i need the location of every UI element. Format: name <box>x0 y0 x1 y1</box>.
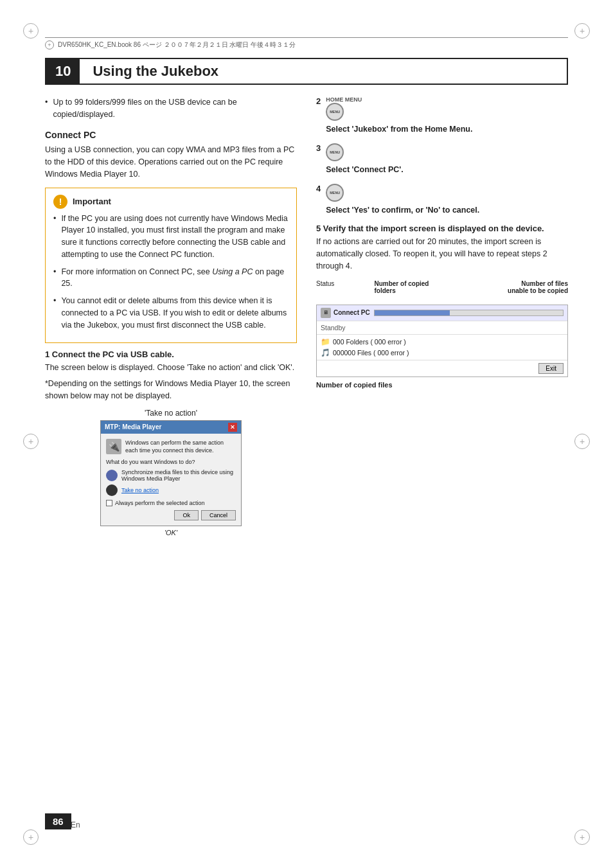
checkbox-input[interactable] <box>106 500 112 506</box>
screenshot-icon-row: 🔌 Windows can perform the same action ea… <box>106 439 236 455</box>
step-2-num: 2 <box>316 96 321 106</box>
col-header-unable: Number of filesunable to be copied <box>471 280 568 294</box>
step-2-text: Select 'Jukebox' from the Home Menu. <box>326 123 568 136</box>
status-caption: Number of copied files <box>316 381 568 389</box>
step-4: 4 MENU Select 'Yes' to confirm, or 'No' … <box>316 184 568 217</box>
files-count: 000000 Files <box>333 349 371 357</box>
page-content: 10 Using the Jukebox Up to 99 folders/99… <box>45 58 568 817</box>
standby-label: Standby <box>321 324 346 332</box>
connect-pc-row: 🖥 Connect PC <box>317 305 567 321</box>
important-bullet-3: You cannot edit or delete albums from th… <box>53 295 289 331</box>
screenshot-main-text: Windows can perform the same action each… <box>125 439 236 455</box>
reg-mark-mr <box>574 434 590 449</box>
step-5-body: If no actions are carried out for 20 min… <box>316 236 568 272</box>
menu-circle-icon-2: MENU <box>326 143 344 161</box>
chapter-title: Using the Jukebox <box>80 59 231 84</box>
home-menu-label: HOME MENU <box>326 96 568 103</box>
step-3-content: MENU Select 'Connect PC'. <box>326 143 568 176</box>
menu-circle-icon-3: MENU <box>326 184 344 202</box>
crosshair-icon: + <box>45 40 54 49</box>
page-number: 86 <box>45 813 71 829</box>
chapter-number: 10 <box>46 59 80 84</box>
step-1-title: 1 Connect the PC via USB cable. <box>45 350 297 359</box>
reg-mark-br <box>574 829 590 845</box>
screenshot-btn-row: Ok Cancel <box>106 510 236 520</box>
standby-row: Standby <box>317 321 567 335</box>
status-diagram: Status Number of copiedfolders Number of… <box>316 280 568 389</box>
reg-mark-bl <box>23 829 39 845</box>
exit-btn-row: Exit <box>317 360 567 376</box>
step-5-title: 5 Verify that the import screen is displ… <box>316 224 568 233</box>
col-header-status: Status <box>316 280 374 294</box>
screenshot-option-2[interactable]: Take no action <box>106 484 236 496</box>
step-4-text: Select 'Yes' to confirm, or 'No' to canc… <box>326 204 568 217</box>
connect-pc-label: Connect PC <box>333 309 370 316</box>
connect-pc-body: Using a USB connection, you can copy WMA… <box>45 144 297 181</box>
bullet-text-1: Up to 99 folders/999 files on the USB de… <box>53 96 297 121</box>
reg-mark-tr <box>574 23 590 39</box>
table-headers: Status Number of copiedfolders Number of… <box>316 280 568 294</box>
screenshot-close-icon[interactable]: ✕ <box>228 423 237 432</box>
screenshot-box: MTP: Media Player ✕ 🔌 Windows can perfor… <box>100 420 242 526</box>
page-header: + DVR650HK_KC_EN.book 86 ページ ２００７年２月２１日 … <box>45 37 568 49</box>
status-table: 🖥 Connect PC Standby � <box>316 305 568 377</box>
connect-pc-heading: Connect PC <box>45 130 297 140</box>
ok-label: 'OK' <box>45 529 297 536</box>
option-icon-2 <box>106 484 118 496</box>
important-title: ! Important <box>53 195 289 209</box>
step-1-body2: *Depending on the settings for Windows M… <box>45 378 297 402</box>
folders-count: 000 Folders <box>333 338 368 346</box>
folders-item: 📁 000 Folders ( 000 error ) <box>321 337 564 346</box>
option-text-2: Take no action <box>121 487 159 493</box>
step-3-num: 3 <box>316 143 321 153</box>
warning-icon: ! <box>53 195 67 209</box>
two-col-layout: Up to 99 folders/999 files on the USB de… <box>45 96 568 543</box>
progress-bar <box>374 310 564 316</box>
step-4-content: MENU Select 'Yes' to confirm, or 'No' to… <box>326 184 568 217</box>
header-file-info: DVR650HK_KC_EN.book 86 ページ ２００７年２月２１日 水曜… <box>58 40 296 49</box>
step-2: 2 HOME MENU MENU Select 'Jukebox' from t… <box>316 96 568 136</box>
music-icon: 🎵 <box>321 348 330 357</box>
screenshot-title: MTP: Media Player <box>105 423 161 430</box>
folder-icon: 📁 <box>321 337 330 346</box>
chapter-header: 10 Using the Jukebox <box>45 58 568 85</box>
step-3-text: Select 'Connect PC'. <box>326 164 568 176</box>
folders-row: 📁 000 Folders ( 000 error ) 🎵 000000 Fil… <box>317 335 567 360</box>
screenshot-body: 🔌 Windows can perform the same action ea… <box>101 434 241 526</box>
reg-mark-ml <box>23 434 39 449</box>
step-1-body1: The screen below is displayed. Choose 'T… <box>45 362 297 374</box>
cancel-button[interactable]: Cancel <box>201 510 236 520</box>
col-header-copied-folders: Number of copiedfolders <box>374 280 471 294</box>
bullet-item-1: Up to 99 folders/999 files on the USB de… <box>45 96 297 121</box>
folders-col: 📁 000 Folders ( 000 error ) 🎵 000000 Fil… <box>321 337 564 357</box>
right-column: 2 HOME MENU MENU Select 'Jukebox' from t… <box>316 96 568 543</box>
progress-bar-fill <box>375 310 450 315</box>
screenshot-option-1: Synchronize media files to this device u… <box>106 469 236 482</box>
reg-mark-tl <box>23 23 39 39</box>
step-3: 3 MENU Select 'Connect PC'. <box>316 143 568 176</box>
option-icon-1 <box>106 470 118 481</box>
ok-button[interactable]: Ok <box>174 510 199 520</box>
step-2-content: HOME MENU MENU Select 'Jukebox' from the… <box>326 96 568 136</box>
connect-pc-icon: 🖥 <box>321 308 331 318</box>
left-column: Up to 99 folders/999 files on the USB de… <box>45 96 297 543</box>
folders-error: ( 000 error ) <box>370 338 405 346</box>
checkbox-label: Always perform the selected action <box>115 500 205 506</box>
important-bullet-2: For more information on Connect PC, see … <box>53 266 289 290</box>
important-box: ! Important If the PC you are using does… <box>45 188 297 344</box>
screenshot-label: 'Take no action' <box>45 409 297 418</box>
screenshot-question: What do you want Windows to do? <box>106 459 236 465</box>
checkbox-row: Always perform the selected action <box>106 500 236 506</box>
menu-circle-icon: MENU <box>326 103 344 121</box>
step-4-num: 4 <box>316 184 321 193</box>
screenshot-titlebar: MTP: Media Player ✕ <box>101 421 241 434</box>
important-bullet-1: If the PC you are using does not current… <box>53 213 289 261</box>
files-error: ( 000 error ) <box>373 349 409 357</box>
step-5: 5 Verify that the import screen is displ… <box>316 224 568 272</box>
files-item: 🎵 000000 Files ( 000 error ) <box>321 348 564 357</box>
exit-button[interactable]: Exit <box>538 363 564 374</box>
screenshot-container: 'Take no action' MTP: Media Player ✕ 🔌 W… <box>45 409 297 536</box>
device-icon: 🔌 <box>106 439 121 454</box>
option-text-1: Synchronize media files to this device u… <box>121 469 236 482</box>
page-lang: En <box>71 817 80 829</box>
